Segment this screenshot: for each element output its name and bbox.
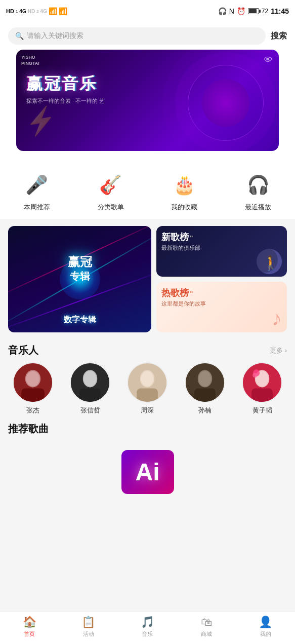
musician-zhangxinzhe[interactable]: 张信哲 [61,362,118,415]
musician-zhangxinzhe-avatar [70,362,110,403]
card-left-label: 数字专辑 [8,315,151,325]
sim2-label: HD [28,9,35,14]
card-digital-album[interactable]: 赢冠 专辑 数字专辑 [8,226,151,332]
card-hot-songs[interactable]: 热歌榜 " 这里都是你的故事 ♪ [156,282,287,332]
status-right: 🎧 N ⏰ 72 11:45 [218,7,289,15]
card-hot-songs-text: 热歌榜 " 这里都是你的故事 [161,287,206,308]
nav-home-icon: 🏠 [23,616,36,629]
nfc-icon: N [229,7,234,15]
recommend-section: 推荐歌曲 Ai [0,422,295,504]
search-button[interactable]: 搜索 [271,31,287,42]
quick-item-recent[interactable]: 🎧 最近播放 [221,170,295,212]
sim2-num: 2 [36,9,38,14]
musician-zhangxinzhe-name: 张信哲 [80,406,100,415]
svg-rect-14 [194,388,216,403]
musician-huangzitao-avatar [242,362,282,403]
svg-point-3 [26,371,39,386]
musicians-header: 音乐人 更多 › [0,340,295,362]
quick-item-category[interactable]: 🎸 分类歌单 [74,170,148,212]
quick-menu: 🎤 本周推荐 🎸 分类歌单 🎂 我的收藏 🎧 最近播放 [0,165,295,219]
alarm-icon: ⏰ [237,7,245,15]
favorites-label: 我的收藏 [171,203,197,212]
battery-icon [248,8,259,14]
svg-rect-2 [21,388,45,403]
quick-item-weekly[interactable]: 🎤 本周推荐 [0,170,74,212]
svg-point-21 [252,373,258,378]
new-songs-sub: 最新歌的俱乐部 [161,244,200,252]
svg-point-15 [199,371,212,386]
favorites-icon: 🎂 [170,170,199,200]
card-new-songs-text: 新歌榜 " 最新歌的俱乐部 [161,231,200,252]
banner-platform-label: YISHUPINGTAI [21,55,39,66]
musician-sunnan[interactable]: 孙楠 [176,362,233,415]
ai-badge: Ai [121,450,174,494]
status-bar: HD 1 4G HD 2 4G 📶 📶 🎧 N ⏰ 72 11:45 [0,0,295,22]
musician-zhoushen-avatar [127,362,167,403]
nav-shop[interactable]: 🛍 商城 [177,616,236,638]
hot-songs-sub: 这里都是你的故事 [161,300,206,308]
nav-shop-icon: 🛍 [201,616,212,629]
quick-item-favorites[interactable]: 🎂 我的收藏 [148,170,222,212]
weekly-icon: 🎤 [22,170,52,200]
recent-label: 最近播放 [245,203,271,212]
people-figure-icon: 🚶 [262,255,280,272]
recommend-title: 推荐歌曲 [8,422,287,436]
recommend-content-placeholder: Ai [8,440,287,504]
cards-right: 新歌榜 " 最新歌的俱乐部 🚶 热歌榜 " 这里都是你的故事 ♪ [156,226,287,332]
nav-shop-label: 商城 [201,630,212,638]
musician-zhoushen-name: 周深 [141,406,154,415]
cards-grid: 赢冠 专辑 数字专辑 新歌榜 " 最新歌的俱乐部 🚶 热歌榜 " [0,226,295,332]
sim1-num: 1 [16,9,18,14]
search-input-wrap[interactable]: 🔍 请输入关键词搜索 [8,27,266,45]
svg-rect-6 [79,388,101,403]
banner-title: 赢冠音乐 [26,75,188,93]
musician-zhangji-name: 张杰 [26,406,39,415]
lightning-icon: ⚡ [23,104,59,138]
category-icon: 🎸 [96,170,125,200]
category-label: 分类歌单 [98,203,124,212]
musician-zhangji-avatar [13,362,53,403]
nav-activity-icon: 📋 [81,616,95,629]
musician-zhoushen[interactable]: 周深 [119,362,176,415]
musicians-more[interactable]: 更多 › [270,346,287,355]
musician-zhangji[interactable]: 张杰 [4,362,61,415]
nav-mine-icon: 👤 [259,616,272,629]
signal-4g1: 4G [19,9,26,14]
banner[interactable]: YISHUPINGTAI 👁 ⚡ 赢冠音乐 探索不一样的音素 · 不一样的 艺 [16,50,279,151]
nav-home-label: 首页 [24,630,35,638]
recent-icon: 🎧 [243,170,273,200]
new-songs-tag: 新歌榜 [161,231,189,243]
musicians-row: 张杰 张信哲 周深 [0,362,295,422]
banner-circle-inner [202,79,249,127]
search-icon: 🔍 [15,32,24,40]
svg-point-7 [84,371,97,386]
svg-rect-18 [251,388,273,403]
new-songs-quote: " [190,235,193,242]
musician-huangzitao-name: 黄子韬 [252,406,272,415]
nav-home[interactable]: 🏠 首页 [0,616,59,638]
nav-mine[interactable]: 👤 我的 [236,616,295,638]
nav-music[interactable]: 🎵 音乐 [118,616,177,638]
nav-activity[interactable]: 📋 活动 [59,616,118,638]
bottom-nav: 🏠 首页 📋 活动 🎵 音乐 🛍 商城 👤 我的 [0,611,295,644]
nav-activity-label: 活动 [83,630,94,638]
signal-bars-icon: 📶 [49,7,57,15]
music-note-icon: ♪ [272,307,282,330]
nav-music-icon: 🎵 [141,616,154,629]
musician-sunnan-avatar [185,362,225,403]
svg-point-11 [141,371,154,386]
signal-4g2: 4G [40,9,47,14]
svg-rect-10 [137,388,158,403]
headphone-icon: 🎧 [218,7,227,15]
sim1-label: HD [6,8,14,14]
musician-huangzitao[interactable]: 黄子韬 [234,362,291,415]
hot-songs-quote: " [190,290,193,297]
banner-title-area: 赢冠音乐 探索不一样的音素 · 不一样的 艺 [26,75,188,105]
banner-subtitle: 探索不一样的音素 · 不一样的 艺 [26,97,188,105]
search-placeholder: 请输入关键词搜索 [27,31,83,41]
status-left: HD 1 4G HD 2 4G 📶 📶 [6,7,67,15]
time-display: 11:45 [271,7,289,15]
card-new-songs[interactable]: 新歌榜 " 最新歌的俱乐部 🚶 [156,226,287,277]
nav-mine-label: 我的 [260,630,271,638]
hot-songs-tag: 热歌榜 [161,287,189,299]
